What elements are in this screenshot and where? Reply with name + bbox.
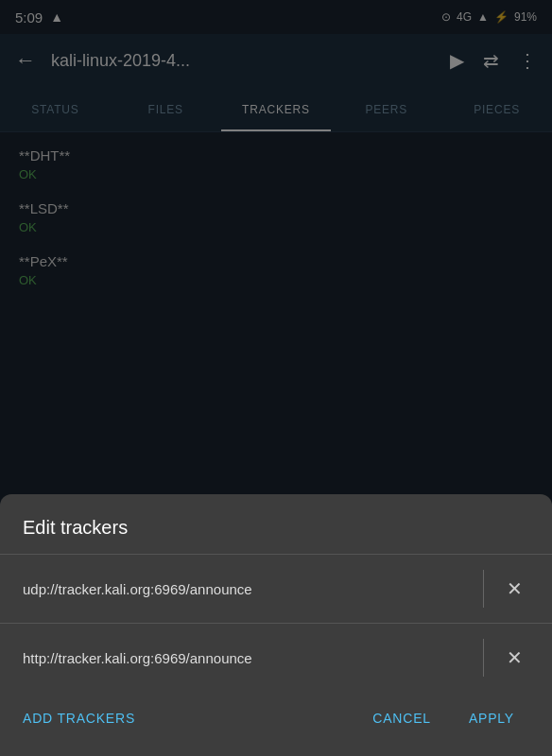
divider-0: [483, 570, 484, 608]
dialog-actions: ADD TRACKERS CANCEL APPLY: [0, 692, 552, 741]
cancel-button[interactable]: CANCEL: [357, 703, 446, 733]
tracker-entry-0: udp://tracker.kali.org:6969/announce ✕: [0, 554, 552, 623]
apply-button[interactable]: APPLY: [454, 703, 529, 733]
dialog-title: Edit trackers: [0, 517, 552, 554]
remove-tracker-1-button[interactable]: ✕: [499, 643, 529, 673]
remove-tracker-0-button[interactable]: ✕: [499, 574, 529, 604]
tracker-url-0: udp://tracker.kali.org:6969/announce: [23, 579, 468, 599]
tracker-entry-1: http://tracker.kali.org:6969/announce ✕: [0, 623, 552, 692]
divider-1: [483, 639, 484, 677]
edit-trackers-dialog: Edit trackers udp://tracker.kali.org:696…: [0, 494, 552, 756]
tracker-url-1: http://tracker.kali.org:6969/announce: [23, 648, 468, 668]
add-trackers-button[interactable]: ADD TRACKERS: [23, 711, 350, 726]
